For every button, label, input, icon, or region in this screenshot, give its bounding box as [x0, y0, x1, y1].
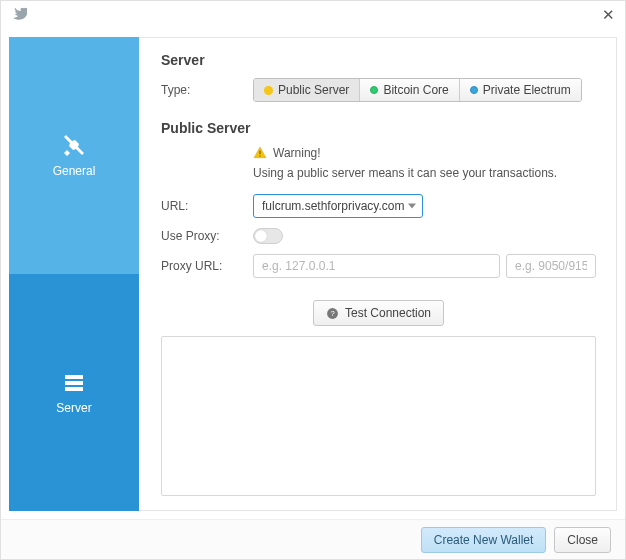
server-type-bitcoin-core[interactable]: Bitcoin Core [360, 79, 459, 101]
sidebar: General Server [9, 37, 139, 511]
content-pane: Server Type: Public Server Bitcoin Core … [139, 37, 617, 511]
button-label: Create New Wallet [434, 533, 534, 547]
sidebar-item-general[interactable]: General [9, 37, 139, 274]
server-url-dropdown[interactable]: fulcrum.sethforprivacy.com [253, 194, 423, 218]
warning-body: Using a public server means it can see y… [253, 166, 596, 180]
dot-icon [370, 86, 378, 94]
app-icon [11, 5, 27, 25]
warning-title: Warning! [273, 146, 321, 160]
sidebar-item-server[interactable]: Server [9, 274, 139, 511]
server-type-row: Type: Public Server Bitcoin Core Private… [161, 78, 596, 102]
proxy-url-label: Proxy URL: [161, 259, 253, 273]
dropdown-value: fulcrum.sethforprivacy.com [262, 199, 404, 213]
question-icon: ? [326, 307, 339, 320]
titlebar: ✕ [1, 1, 625, 29]
proxy-url-row: Proxy URL: [161, 254, 596, 278]
warning-icon [253, 146, 267, 160]
sidebar-item-label: General [53, 164, 96, 178]
use-proxy-row: Use Proxy: [161, 228, 596, 244]
dialog-body: General Server Server Type: Public Serve… [1, 29, 625, 519]
proxy-host-input[interactable] [253, 254, 500, 278]
svg-text:?: ? [330, 309, 334, 318]
proxy-port-input[interactable] [506, 254, 596, 278]
chevron-down-icon [408, 204, 416, 209]
server-type-private-electrum[interactable]: Private Electrum [460, 79, 581, 101]
seg-label: Public Server [278, 83, 349, 97]
server-type-segmented: Public Server Bitcoin Core Private Elect… [253, 78, 582, 102]
server-heading: Server [161, 52, 596, 68]
svg-rect-0 [259, 151, 260, 155]
settings-window: ✕ General Server Server Type: Public Ser… [0, 0, 626, 560]
dot-icon [470, 86, 478, 94]
test-connection-row: ? Test Connection [161, 300, 596, 326]
toggle-knob [255, 230, 267, 242]
public-server-heading: Public Server [161, 120, 596, 136]
warning-block: Warning! Using a public server means it … [253, 146, 596, 194]
seg-label: Bitcoin Core [383, 83, 448, 97]
close-button[interactable]: Close [554, 527, 611, 553]
use-proxy-label: Use Proxy: [161, 229, 253, 243]
button-label: Close [567, 533, 598, 547]
server-type-public[interactable]: Public Server [254, 79, 360, 101]
dialog-footer: Create New Wallet Close [1, 519, 625, 559]
test-connection-button[interactable]: ? Test Connection [313, 300, 444, 326]
tools-icon [62, 134, 86, 158]
url-label: URL: [161, 199, 253, 213]
url-row: URL: fulcrum.sethforprivacy.com [161, 194, 596, 218]
create-new-wallet-button[interactable]: Create New Wallet [421, 527, 547, 553]
svg-rect-1 [259, 155, 260, 156]
use-proxy-toggle[interactable] [253, 228, 283, 244]
dot-icon [264, 86, 273, 95]
server-icon [62, 371, 86, 395]
sidebar-item-label: Server [56, 401, 91, 415]
connection-log [161, 336, 596, 496]
close-icon[interactable]: ✕ [602, 6, 615, 24]
test-connection-label: Test Connection [345, 306, 431, 320]
seg-label: Private Electrum [483, 83, 571, 97]
type-label: Type: [161, 83, 253, 97]
